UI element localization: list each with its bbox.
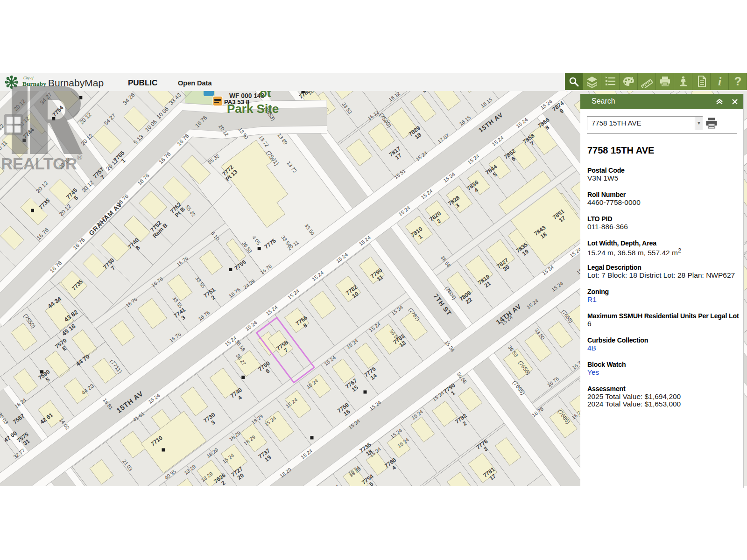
svg-text:Park Site: Park Site (227, 102, 279, 116)
svg-text:i: i (718, 75, 721, 88)
svg-text:ot: ot (260, 91, 271, 100)
svg-text:?: ? (734, 75, 741, 88)
svg-text:City of: City of (23, 76, 34, 80)
